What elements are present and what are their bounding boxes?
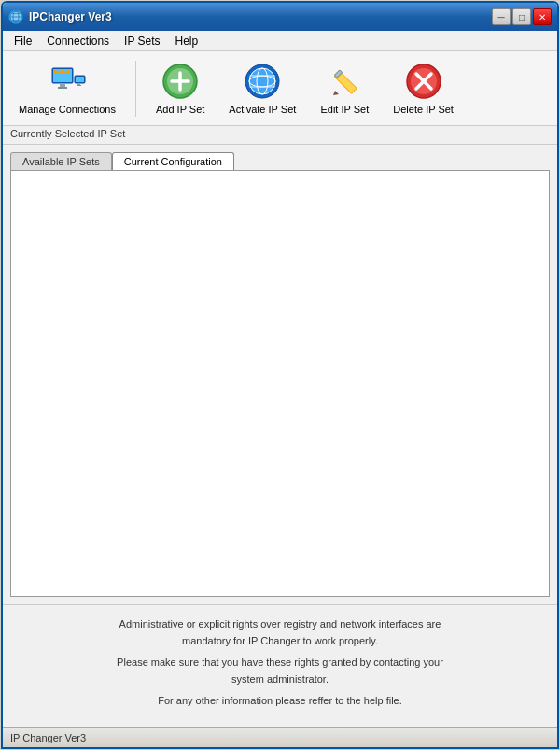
activate-ip-set-label: Activate IP Set bbox=[229, 104, 296, 115]
svg-point-11 bbox=[66, 70, 70, 74]
manage-connections-button[interactable]: Manage Connections bbox=[10, 58, 124, 120]
edit-ip-set-icon bbox=[326, 63, 363, 100]
manage-connections-label: Manage Connections bbox=[19, 104, 116, 115]
tab-list: Available IP Sets Current Configuration bbox=[10, 152, 550, 170]
add-ip-set-label: Add IP Set bbox=[156, 104, 204, 115]
delete-ip-set-button[interactable]: Delete IP Set bbox=[385, 58, 462, 120]
svg-rect-7 bbox=[60, 83, 65, 87]
bottom-status-text: IP Changer Ver3 bbox=[10, 732, 86, 743]
delete-ip-set-label: Delete IP Set bbox=[393, 104, 454, 115]
delete-ip-set-icon bbox=[405, 63, 442, 100]
app-icon bbox=[8, 9, 23, 24]
info-line-3: For any other information please reffer … bbox=[21, 693, 539, 710]
svg-rect-15 bbox=[76, 77, 84, 82]
svg-point-9 bbox=[53, 70, 57, 74]
menu-help[interactable]: Help bbox=[168, 33, 206, 50]
title-bar: IPChanger Ver3 ─ □ ✕ bbox=[3, 3, 557, 31]
maximize-button[interactable]: □ bbox=[512, 8, 531, 25]
svg-rect-17 bbox=[77, 85, 81, 86]
menu-file[interactable]: File bbox=[7, 33, 39, 50]
window-title: IPChanger Ver3 bbox=[29, 10, 112, 23]
info-line-1: Administrative or explicit rights over r… bbox=[21, 616, 539, 649]
svg-rect-8 bbox=[58, 87, 67, 89]
selected-ip-set-status: Currently Selected IP Set bbox=[3, 126, 557, 145]
manage-connections-icon bbox=[49, 63, 86, 100]
svg-point-10 bbox=[60, 70, 63, 74]
activate-ip-set-button[interactable]: Activate IP Set bbox=[220, 58, 304, 120]
title-buttons: ─ □ ✕ bbox=[492, 8, 552, 25]
menu-bar: File Connections IP Sets Help bbox=[3, 31, 557, 51]
tab-available-ip-sets[interactable]: Available IP Sets bbox=[10, 152, 112, 170]
main-window: IPChanger Ver3 ─ □ ✕ File Connections IP… bbox=[1, 1, 559, 749]
main-content: Available IP Sets Current Configuration bbox=[3, 145, 557, 604]
title-bar-left: IPChanger Ver3 bbox=[8, 9, 112, 24]
svg-marker-30 bbox=[333, 91, 339, 95]
add-ip-set-icon bbox=[161, 63, 199, 100]
close-button[interactable]: ✕ bbox=[533, 8, 552, 25]
activate-ip-set-icon bbox=[244, 63, 281, 100]
status-bar-bottom: IP Changer Ver3 bbox=[3, 727, 557, 747]
minimize-button[interactable]: ─ bbox=[492, 8, 511, 25]
toolbar-separator-1 bbox=[135, 61, 136, 117]
info-line-2: Please make sure that you have these rig… bbox=[21, 655, 539, 687]
tab-content-area bbox=[10, 170, 550, 597]
svg-rect-16 bbox=[77, 83, 80, 85]
edit-ip-set-button[interactable]: Edit IP Set bbox=[312, 58, 377, 120]
menu-ip-sets[interactable]: IP Sets bbox=[117, 33, 167, 50]
menu-connections[interactable]: Connections bbox=[39, 33, 117, 50]
toolbar: Manage Connections Add IP Set bbox=[3, 51, 557, 126]
info-panel: Administrative or explicit rights over r… bbox=[3, 604, 557, 727]
tabs-container: Available IP Sets Current Configuration bbox=[10, 152, 550, 597]
tab-current-configuration[interactable]: Current Configuration bbox=[112, 152, 234, 170]
add-ip-set-button[interactable]: Add IP Set bbox=[147, 58, 213, 120]
edit-ip-set-label: Edit IP Set bbox=[320, 104, 369, 115]
